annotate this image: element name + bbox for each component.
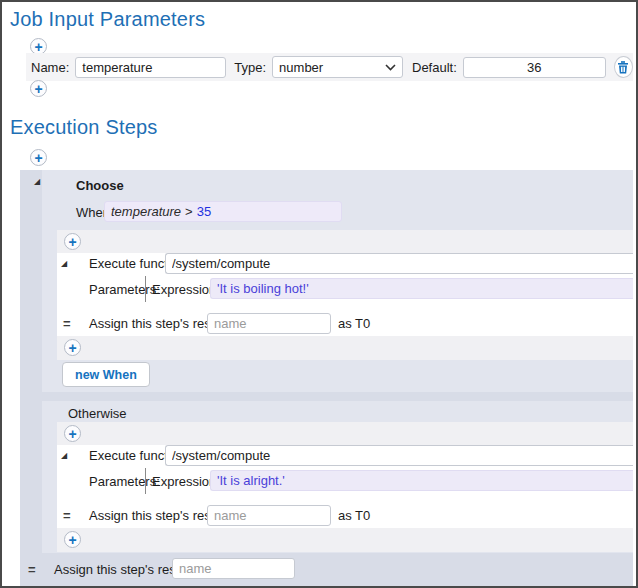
collapse-step-icon[interactable]: ◢ xyxy=(61,260,67,268)
plus-icon: + xyxy=(68,340,76,356)
expression-input[interactable] xyxy=(210,470,633,491)
parameters-divider xyxy=(145,276,146,302)
name-label: Name: xyxy=(31,57,69,78)
parameters-label: Parameters: xyxy=(89,279,160,300)
parameters-divider xyxy=(145,468,146,494)
assign-equals-sign: = xyxy=(63,313,71,334)
collapse-step-icon[interactable]: ◢ xyxy=(61,452,67,460)
assign-result-name-input[interactable] xyxy=(207,313,331,334)
choose-step-title: Choose xyxy=(76,175,124,196)
when-condition-input[interactable]: temperature > 35 xyxy=(104,201,342,222)
assign-as-type-label: as T0 xyxy=(338,313,370,334)
function-path-input[interactable] xyxy=(165,445,633,466)
parameters-label: Parameters: xyxy=(89,471,160,492)
plus-icon: + xyxy=(34,81,42,97)
plus-icon: + xyxy=(68,234,76,250)
add-parameter-button-bottom[interactable]: + xyxy=(30,80,47,97)
plus-icon: + xyxy=(34,150,42,166)
when-value: 35 xyxy=(197,202,211,221)
parameter-name-input[interactable] xyxy=(75,57,226,78)
expression-input[interactable] xyxy=(210,278,633,299)
job-input-parameters-heading: Job Input Parameters xyxy=(10,8,205,31)
parameter-type-select[interactable]: number xyxy=(272,56,403,78)
when-operator: > xyxy=(185,202,193,221)
trash-icon xyxy=(617,61,629,74)
parameter-row: Name: Type: number Default: xyxy=(26,53,633,81)
add-substep-button-bottom[interactable]: + xyxy=(64,339,81,356)
parameter-default-input[interactable] xyxy=(463,57,606,78)
default-label: Default: xyxy=(412,57,457,78)
type-select-value: number xyxy=(279,60,323,75)
assign-result-name-input[interactable] xyxy=(207,505,331,526)
plus-icon: + xyxy=(68,532,76,548)
assign-result-name-input[interactable] xyxy=(172,558,295,579)
assign-as-type-label: as T0 xyxy=(338,505,370,526)
step-add-strip xyxy=(57,422,633,445)
otherwise-branch-step-panel: + ◢ Execute function Parameters: Express… xyxy=(57,422,633,552)
new-when-button[interactable]: new When xyxy=(62,362,150,387)
add-substep-button-top[interactable]: + xyxy=(64,233,81,250)
collapse-choose-icon[interactable]: ◢ xyxy=(34,178,40,186)
add-substep-button-top[interactable]: + xyxy=(64,425,81,442)
otherwise-label: Otherwise xyxy=(68,403,127,424)
assign-equals-sign: = xyxy=(28,559,36,580)
step-add-strip xyxy=(57,528,633,552)
chevron-down-icon xyxy=(385,64,396,71)
branch-divider xyxy=(42,392,633,401)
plus-icon: + xyxy=(68,426,76,442)
execution-steps-heading: Execution Steps xyxy=(10,116,158,139)
add-step-button-top[interactable]: + xyxy=(30,149,47,166)
function-path-input[interactable] xyxy=(165,253,633,274)
job-configuration-page: Job Input Parameters + Name: Type: numbe… xyxy=(0,0,638,588)
type-label: Type: xyxy=(234,57,266,78)
step-add-strip xyxy=(57,230,633,253)
step-add-strip xyxy=(57,336,633,360)
add-substep-button-bottom[interactable]: + xyxy=(64,531,81,548)
assign-equals-sign: = xyxy=(63,505,71,526)
when-branch-step-panel: + ◢ Execute function Parameters: Express… xyxy=(57,230,633,360)
when-variable: temperature xyxy=(111,202,181,221)
delete-parameter-button[interactable] xyxy=(614,56,633,78)
